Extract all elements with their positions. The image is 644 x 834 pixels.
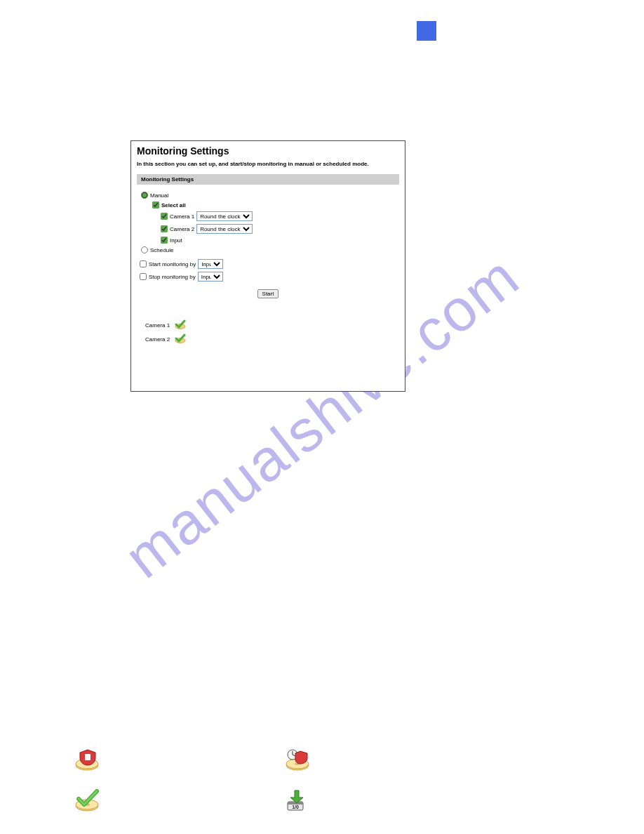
options-group: Manual Select all Camera 1 Round the clo… <box>137 192 399 253</box>
input-label: Input <box>170 237 182 244</box>
select-all-checkbox[interactable] <box>152 201 159 208</box>
start-monitoring-label: Start monitoring by <box>149 261 196 267</box>
manual-label: Manual <box>150 192 168 199</box>
check-disc-icon <box>174 319 187 331</box>
camera1-status-label: Camera 1 <box>145 322 170 329</box>
trigger-group: Start monitoring by Input1 Stop monitori… <box>137 259 399 282</box>
disc-shield-icon <box>74 761 100 773</box>
svg-rect-5 <box>85 754 90 760</box>
bottom-icon-grid: 1/0 <box>74 748 425 830</box>
panel-title: Monitoring Settings <box>137 145 399 157</box>
stop-monitoring-label: Stop monitoring by <box>149 274 196 280</box>
camera2-mode-select[interactable]: Round the clock <box>196 224 253 234</box>
schedule-label: Schedule <box>150 247 173 253</box>
schedule-radio[interactable] <box>141 246 148 253</box>
start-button[interactable]: Start <box>257 289 279 298</box>
stop-monitoring-select[interactable]: Input2 <box>198 272 223 282</box>
stop-monitoring-checkbox[interactable] <box>140 273 147 280</box>
page-badge <box>417 21 436 41</box>
calendar-arrow-icon: 1/0 <box>285 802 309 814</box>
start-monitoring-checkbox[interactable] <box>140 260 147 267</box>
camera1-status-row: Camera 1 <box>145 319 399 331</box>
camera2-checkbox[interactable] <box>161 225 168 232</box>
camera2-status-row: Camera 2 <box>145 333 399 345</box>
check-disc-icon <box>174 333 187 345</box>
select-all-label: Select all <box>161 202 186 208</box>
monitoring-settings-panel: Monitoring Settings In this section you … <box>130 140 405 392</box>
camera1-checkbox[interactable] <box>161 213 168 220</box>
start-monitoring-select[interactable]: Input1 <box>198 259 223 269</box>
section-header: Monitoring Settings <box>137 174 399 185</box>
panel-description: In this section you can set up, and star… <box>137 161 399 167</box>
camera-status-list: Camera 1 Camera 2 <box>137 319 399 345</box>
disc-clock-shield-icon <box>285 761 310 773</box>
camera2-label: Camera 2 <box>170 226 194 232</box>
camera1-label: Camera 1 <box>170 213 194 220</box>
manual-radio[interactable] <box>141 192 148 199</box>
camera2-status-label: Camera 2 <box>145 336 170 343</box>
disc-checkmark-icon <box>74 802 100 814</box>
camera1-mode-select[interactable]: Round the clock <box>196 211 253 221</box>
svg-text:1/0: 1/0 <box>292 805 299 809</box>
input-checkbox[interactable] <box>161 237 168 244</box>
